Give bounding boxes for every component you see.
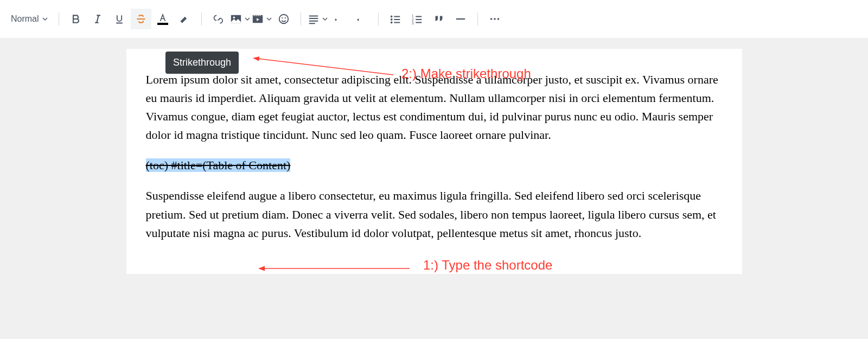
svg-point-11 [390, 18, 392, 21]
chevron-down-icon [42, 16, 48, 22]
align-button[interactable] [308, 9, 328, 29]
text-color-bar [157, 23, 168, 25]
indent-button[interactable] [329, 9, 350, 29]
more-button[interactable] [484, 9, 505, 29]
horizontal-rule-button[interactable] [450, 9, 471, 29]
tooltip: Strikethrough [165, 52, 239, 74]
paragraph-2[interactable]: Suspendisse eleifend augue a libero cons… [146, 187, 723, 242]
number-list-icon: 123 [411, 14, 423, 24]
toolbar-separator [477, 12, 478, 25]
chevron-down-icon [245, 16, 250, 22]
video-button[interactable] [252, 9, 272, 29]
svg-rect-4 [256, 15, 257, 16]
svg-point-17 [494, 18, 496, 20]
underline-button[interactable] [109, 9, 130, 29]
svg-point-16 [490, 18, 492, 20]
bullet-list-icon [390, 14, 401, 24]
annotation-arrow-1 [258, 263, 415, 274]
bullet-list-button[interactable] [385, 9, 406, 29]
paragraph-1[interactable]: Lorem ipsum dolor sit amet, consectetur … [146, 71, 723, 144]
text-color-button[interactable] [152, 9, 173, 29]
outdent-icon [355, 14, 367, 24]
svg-point-1 [233, 16, 235, 18]
number-list-button[interactable]: 123 [407, 9, 427, 29]
document-page[interactable]: Lorem ipsum dolor sit amet, consectetur … [126, 49, 742, 274]
emoji-button[interactable] [273, 9, 294, 29]
svg-point-7 [279, 15, 288, 24]
underline-icon [114, 14, 125, 24]
italic-icon [92, 14, 103, 24]
svg-point-9 [284, 17, 285, 18]
video-icon [252, 14, 264, 24]
shortcode-text[interactable]: (toc) #title=(Table of Content) [146, 158, 291, 172]
more-icon [489, 14, 501, 24]
quote-icon [433, 14, 445, 24]
toolbar-separator [59, 12, 59, 25]
link-icon [213, 13, 225, 25]
svg-text:3: 3 [411, 21, 413, 24]
toolbar-separator [301, 12, 301, 25]
svg-rect-5 [258, 15, 259, 16]
outdent-button[interactable] [351, 9, 372, 29]
chevron-down-icon [322, 16, 328, 22]
svg-rect-6 [260, 15, 261, 16]
svg-line-19 [258, 59, 393, 75]
text-color-icon [158, 14, 168, 22]
editor-canvas: Lorem ipsum dolor sit amet, consectetur … [0, 38, 868, 339]
strikethrough-button[interactable] [131, 9, 151, 29]
align-icon [308, 14, 320, 24]
highlight-button[interactable] [174, 9, 195, 29]
paragraph-style-label: Normal [11, 14, 39, 24]
image-icon [230, 14, 242, 24]
strikethrough-icon [136, 14, 146, 24]
annotation-step-1: 1:) Type the shortcode [423, 258, 552, 273]
bold-button[interactable] [66, 9, 86, 29]
highlight-icon [179, 14, 190, 24]
bold-icon [71, 14, 81, 24]
toolbar-separator [201, 12, 202, 25]
annotation-arrow-2 [252, 54, 399, 79]
svg-point-12 [390, 22, 392, 24]
annotation-step-2: 2:) Make strikethrough [401, 66, 531, 81]
italic-button[interactable] [87, 9, 108, 29]
svg-point-8 [282, 17, 283, 18]
chevron-down-icon [266, 16, 272, 22]
quote-button[interactable] [429, 9, 449, 29]
shortcode-line[interactable]: (toc) #title=(Table of Content) [146, 156, 723, 175]
horizontal-rule-icon [455, 14, 467, 24]
paragraph-style-dropdown[interactable]: Normal [7, 9, 52, 29]
indent-icon [334, 14, 346, 24]
svg-point-10 [390, 16, 392, 18]
image-button[interactable] [230, 9, 251, 29]
emoji-icon [278, 13, 290, 25]
editor-toolbar: Normal [0, 0, 868, 38]
svg-rect-3 [254, 15, 255, 16]
svg-point-18 [497, 18, 499, 20]
link-button[interactable] [208, 9, 229, 29]
toolbar-separator [378, 12, 379, 25]
